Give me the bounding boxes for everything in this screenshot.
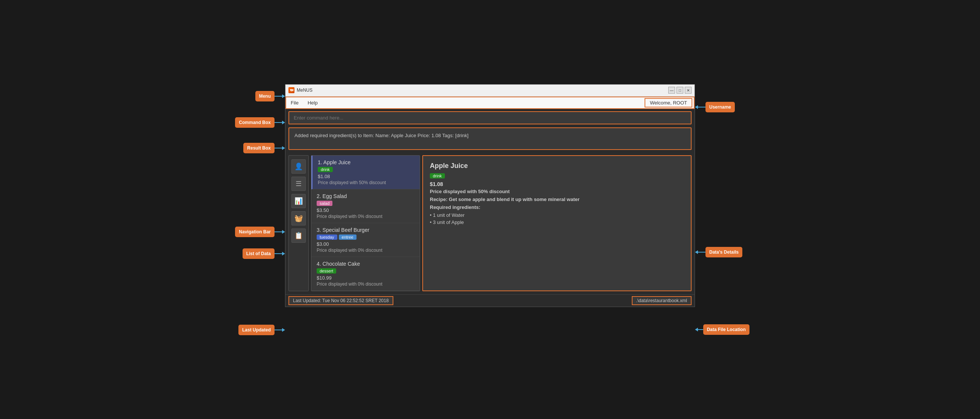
detail-discount: Price displayed with 50% discount: [430, 189, 684, 194]
annotation-list-of-data: List of Data: [243, 248, 275, 259]
close-button[interactable]: ✕: [685, 87, 692, 94]
annotation-data-file-location: Data File Location: [703, 324, 749, 335]
status-bar: Last Updated: Tue Nov 06 22:52:52 SRET 2…: [285, 294, 695, 306]
detail-title: Apple Juice: [430, 162, 684, 170]
command-section: [285, 109, 695, 126]
item-tag: drink: [318, 167, 333, 172]
last-updated-label: Last Updated: Tue Nov 06 22:52:52 SRET 2…: [288, 296, 393, 305]
nav-chart-icon[interactable]: 📊: [291, 194, 306, 208]
item-price: $3.00: [317, 241, 414, 247]
annotation-result-box: Result Box: [243, 143, 275, 153]
item-price: $1.08: [318, 174, 414, 179]
detail-panel: Apple Juice drink $1.08 Price displayed …: [422, 155, 692, 291]
detail-tag: drink: [430, 173, 445, 178]
welcome-badge: Welcome, ROOT: [644, 98, 692, 108]
nav-person-icon[interactable]: 👤: [291, 159, 306, 174]
list-item[interactable]: 4. Chocolate Cake dessert $10.99 Price d…: [311, 257, 420, 291]
menu-bar: File Help Welcome, ROOT: [285, 97, 695, 109]
nav-basket-icon[interactable]: 🧺: [291, 211, 306, 225]
app-title: MeNUS: [297, 87, 312, 93]
detail-price: $1.08: [430, 181, 684, 187]
menu-file[interactable]: File: [286, 98, 303, 107]
annotation-username: Username: [705, 102, 735, 113]
window-controls[interactable]: — □ ✕: [668, 87, 692, 94]
detail-ingredients-title: Required ingredients:: [430, 205, 684, 210]
nav-doc-icon[interactable]: 📋: [291, 229, 306, 243]
main-content: 👤 ☰ 📊 🧺 📋 1. Apple Juice drink $1.08: [285, 152, 695, 294]
item-tag: tuesday: [317, 235, 337, 240]
item-price: $10.99: [317, 275, 414, 281]
list-item[interactable]: 3. Special Beef Burger tuesday entree $3…: [311, 223, 420, 257]
item-title: 4. Chocolate Cake: [317, 261, 414, 267]
result-box: Added required ingredient(s) to Item: Na…: [288, 127, 692, 150]
annotation-command-box: Command Box: [235, 117, 275, 128]
detail-recipe: Recipe: Get some apple and blend it up w…: [430, 197, 684, 202]
list-panel: 1. Apple Juice drink $1.08 Price display…: [311, 155, 420, 291]
sidebar: 👤 ☰ 📊 🧺 📋: [288, 155, 309, 291]
minimize-button[interactable]: —: [668, 87, 675, 94]
file-location-label: .\data\restaurantbook.xml: [632, 296, 692, 305]
item-discount: Price displayed with 0% discount: [317, 281, 414, 287]
nav-menu-list-icon[interactable]: ☰: [291, 177, 306, 191]
result-section: Added required ingredient(s) to Item: Na…: [285, 126, 695, 152]
detail-ingredient: • 1 unit of Water: [430, 212, 684, 218]
list-item[interactable]: 1. Apple Juice drink $1.08 Price display…: [311, 156, 420, 189]
menu-help[interactable]: Help: [303, 98, 322, 107]
detail-ingredient: • 3 unit of Apple: [430, 219, 684, 225]
item-tag: salad: [317, 201, 332, 206]
app-window: 🍽 MeNUS — □ ✕ File Help Welcome, ROOT: [285, 84, 695, 307]
item-tag: dessert: [317, 268, 336, 274]
app-icon: 🍽: [288, 87, 294, 93]
annotation-last-updated: Last Updated: [239, 325, 275, 335]
item-tag: entree: [339, 235, 356, 240]
item-price: $3.50: [317, 208, 414, 213]
item-title: 1. Apple Juice: [318, 159, 414, 165]
item-title: 2. Egg Salad: [317, 193, 414, 199]
annotation-menu: Menu: [255, 91, 275, 102]
item-discount: Price displayed with 0% discount: [317, 248, 414, 253]
title-bar: 🍽 MeNUS — □ ✕: [285, 84, 695, 97]
maximize-button[interactable]: □: [676, 87, 683, 94]
item-discount: Price displayed with 50% discount: [318, 180, 414, 185]
item-title: 3. Special Beef Burger: [317, 227, 414, 233]
item-discount: Price displayed with 0% discount: [317, 214, 414, 219]
command-input[interactable]: [288, 111, 692, 124]
list-item[interactable]: 2. Egg Salad salad $3.50 Price displayed…: [311, 189, 420, 223]
annotation-navigation-bar: Navigation Bar: [235, 227, 275, 237]
annotation-datas-details: Data's Details: [705, 247, 742, 257]
